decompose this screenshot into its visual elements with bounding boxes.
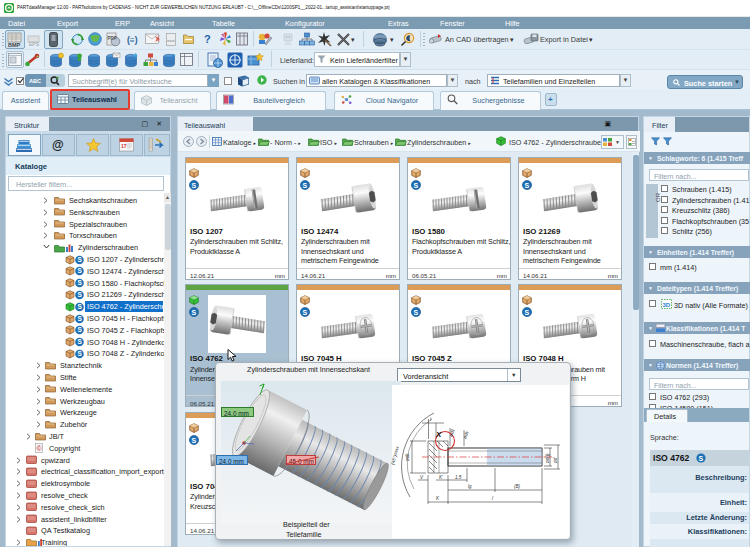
svg-text:S: S [302, 181, 307, 188]
svg-text:S: S [413, 309, 418, 316]
svg-text:K: K [436, 496, 440, 501]
svg-text:ød: ød [553, 457, 558, 463]
svg-text:S: S [77, 315, 82, 322]
svg-text:www: www [167, 39, 175, 43]
svg-text:S: S [77, 279, 82, 286]
svg-text:S: S [77, 268, 82, 275]
svg-text:PDF: PDF [108, 36, 117, 41]
svg-text:ød(j): ød(j) [545, 453, 550, 463]
svg-text:(45°)max: (45°)max [390, 445, 400, 465]
svg-text:S: S [77, 256, 82, 263]
svg-text:ødk: ødk [405, 453, 410, 461]
svg-text:øds: øds [462, 430, 470, 440]
svg-text:V: V [420, 475, 424, 480]
svg-text:17: 17 [121, 143, 127, 149]
svg-text:S: S [77, 327, 82, 334]
svg-text:S: S [77, 350, 82, 357]
svg-text:S: S [524, 181, 529, 188]
svg-text:EPS: EPS [29, 41, 40, 47]
svg-text:?: ? [171, 53, 175, 60]
svg-text:S: S [191, 309, 196, 316]
svg-text:S: S [191, 181, 196, 188]
svg-text:ød1: ød1 [448, 428, 456, 438]
svg-text:S: S [699, 455, 704, 462]
svg-text:S: S [191, 437, 196, 444]
svg-text:K': K' [439, 475, 443, 480]
svg-text:l: l [492, 496, 494, 501]
svg-text:S: S [413, 181, 418, 188]
svg-text:BMP: BMP [8, 42, 21, 48]
svg-text:©: © [37, 445, 43, 452]
svg-text:S: S [77, 291, 82, 298]
svg-text:1.5: 1.5 [455, 475, 462, 480]
svg-text:S: S [77, 338, 82, 345]
svg-text:S: S [77, 303, 82, 310]
svg-text:3D: 3D [663, 302, 671, 308]
svg-text:t: t [430, 417, 432, 422]
svg-text:(B): (B) [514, 484, 521, 489]
svg-text:S: S [524, 309, 529, 316]
svg-text:lg: lg [468, 484, 472, 489]
svg-text:S: S [302, 309, 307, 316]
svg-text:X: X [435, 430, 442, 439]
